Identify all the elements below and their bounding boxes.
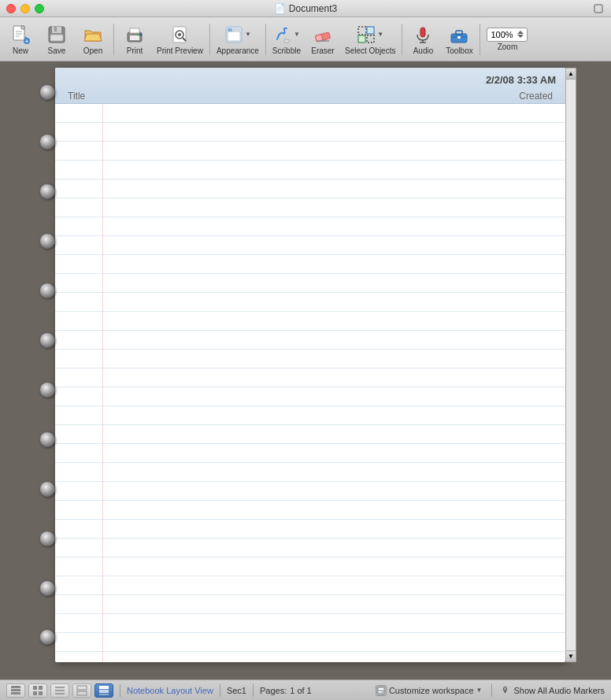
- line-9: [55, 255, 565, 274]
- window-controls[interactable]: [6, 4, 44, 13]
- view-btn-4[interactable]: [72, 683, 91, 698]
- svg-rect-10: [50, 35, 63, 41]
- save-icon: [46, 24, 68, 46]
- line-19: [55, 444, 565, 463]
- audio-button[interactable]: Audio: [405, 20, 440, 58]
- appearance-button[interactable]: ▼ Appearance: [213, 20, 262, 58]
- print-button[interactable]: Print: [117, 20, 152, 58]
- minimize-button[interactable]: [20, 4, 30, 13]
- svg-rect-29: [367, 27, 374, 34]
- new-label: New: [13, 46, 28, 55]
- audio-label: Audio: [413, 46, 434, 55]
- status-separator-1: [120, 684, 120, 697]
- select-objects-button[interactable]: ▼ Select Objects: [342, 20, 398, 58]
- scroll-down-button[interactable]: ▼: [566, 650, 576, 661]
- zoom-down-arrow[interactable]: [517, 35, 524, 38]
- line-14: [55, 350, 565, 369]
- toolbox-icon: [448, 24, 470, 46]
- svg-rect-36: [456, 31, 462, 35]
- line-6: [55, 198, 565, 217]
- svg-rect-12: [130, 35, 139, 40]
- print-preview-icon: [168, 24, 191, 46]
- select-objects-icon: ▼: [359, 24, 381, 46]
- close-button[interactable]: [6, 4, 16, 13]
- line-13: [55, 331, 565, 350]
- svg-point-14: [138, 33, 140, 35]
- scribble-arrow: ▼: [294, 31, 300, 38]
- scroll-track: [566, 80, 576, 650]
- line-5: [55, 180, 565, 198]
- separator-4: [402, 24, 402, 55]
- line-28: [55, 614, 565, 633]
- audio-markers-button[interactable]: 🎙 Show All Audio Markers: [502, 686, 605, 695]
- appearance-icon: ▼: [227, 24, 249, 46]
- save-button[interactable]: Save: [39, 20, 74, 58]
- maximize-button[interactable]: [35, 4, 44, 13]
- resize-handle[interactable]: [592, 2, 605, 15]
- line-18: [55, 425, 565, 444]
- lined-paper[interactable]: [55, 104, 565, 662]
- section-label: Sec1: [227, 686, 246, 695]
- new-button[interactable]: + New: [3, 20, 38, 58]
- scroll-up-button[interactable]: ▲: [566, 69, 576, 80]
- scribble-label: Scribble: [272, 46, 301, 55]
- audio-markers-label: Show All Audio Markers: [513, 686, 605, 695]
- scribble-button[interactable]: ▼ Scribble: [269, 20, 304, 58]
- scribble-icon: ▼: [276, 24, 298, 46]
- svg-rect-50: [77, 691, 87, 695]
- line-4: [55, 161, 565, 180]
- toolbox-button[interactable]: Toolbox: [442, 20, 476, 58]
- svg-rect-55: [379, 688, 383, 690]
- separator-3: [265, 24, 266, 55]
- svg-rect-32: [420, 28, 425, 37]
- separator-2: [209, 24, 210, 55]
- line-23: [55, 520, 565, 539]
- view-btn-5[interactable]: [94, 683, 113, 698]
- svg-rect-0: [594, 5, 602, 13]
- scrollbar[interactable]: ▲ ▼: [565, 68, 576, 662]
- audio-icon: [412, 24, 434, 46]
- appearance-arrow: ▼: [245, 31, 251, 38]
- status-separator-2: [220, 684, 220, 697]
- ring-6: [39, 332, 55, 348]
- view-btn-2[interactable]: [28, 683, 47, 698]
- ring-5: [39, 283, 55, 298]
- open-button[interactable]: Open: [76, 20, 110, 58]
- svg-rect-54: [377, 687, 385, 694]
- col-created: Created: [519, 91, 553, 102]
- svg-rect-9: [54, 27, 57, 31]
- status-separator-4: [491, 684, 492, 697]
- ring-9: [39, 481, 55, 497]
- zoom-control[interactable]: 100% Zoom: [483, 20, 531, 58]
- print-preview-label: Print Preview: [157, 46, 203, 55]
- line-30: [55, 652, 565, 662]
- svg-rect-13: [130, 28, 139, 33]
- notebook-page[interactable]: 2/2/08 3:33 AM Title Created: [55, 68, 565, 662]
- svg-rect-22: [228, 28, 232, 31]
- toolbox-label: Toolbox: [446, 46, 472, 55]
- svg-rect-52: [99, 690, 109, 693]
- line-2: [55, 123, 565, 142]
- line-25: [55, 557, 565, 576]
- line-21: [55, 482, 565, 501]
- view-btn-1[interactable]: [6, 683, 25, 698]
- ring-2: [39, 134, 55, 150]
- ring-8: [39, 431, 55, 447]
- print-icon: [124, 24, 146, 46]
- zoom-up-arrow[interactable]: [517, 31, 524, 34]
- col-title: Title: [68, 91, 85, 102]
- line-1: [55, 104, 565, 123]
- line-15: [55, 369, 565, 387]
- separator-1: [113, 24, 114, 55]
- notebook-layout-view-label: Notebook Layout View: [127, 686, 213, 695]
- line-3: [55, 142, 565, 161]
- customize-workspace-button[interactable]: Customize workspace ▼: [376, 685, 483, 696]
- view-btn-3[interactable]: [50, 683, 69, 698]
- print-preview-button[interactable]: Print Preview: [154, 20, 206, 58]
- svg-rect-30: [358, 35, 365, 43]
- svg-rect-31: [367, 35, 374, 43]
- eraser-button[interactable]: Eraser: [306, 20, 340, 58]
- notebook-date: 2/2/08 3:33 AM: [65, 74, 556, 89]
- zoom-box[interactable]: 100%: [487, 28, 528, 42]
- svg-rect-44: [33, 691, 37, 695]
